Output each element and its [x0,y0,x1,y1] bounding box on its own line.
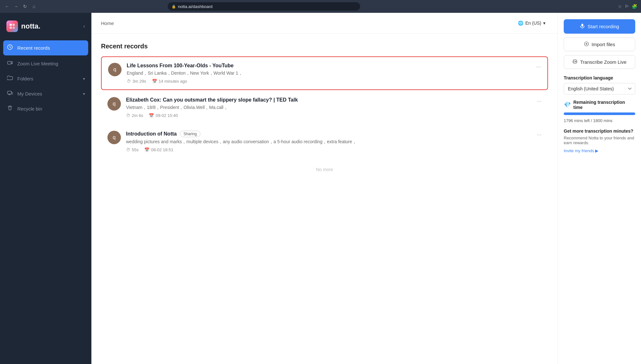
address-bar[interactable]: 🔒 notta.ai/dashboard [168,2,360,11]
record-meta-1: ⏱ 3m 29s 📅 14 minutes ago [127,79,541,84]
diamond-icon: 💎 [564,101,571,108]
clock-icon [6,44,13,52]
browser-chrome: ← → ↻ ⌂ 🔒 notta.ai/dashboard ☆ 🏳 🧩 [0,0,641,13]
home-button[interactable]: ⌂ [31,3,37,10]
logo-area[interactable]: notta. ‹ [0,18,91,38]
sidebar-item-label-recent-records: Recent records [17,45,85,51]
record-title-row-1: Life Lessons From 100-Year-Olds - YouTub… [127,63,541,69]
record-body-3: Introduction of Notta Sharing wedding pi… [126,131,542,152]
record-timestamp-3: 📅 08-02 18:51 [144,147,173,152]
sidebar-item-zoom-live-meeting[interactable]: Zoom Live Meeting [0,56,91,71]
svg-rect-3 [13,27,15,29]
record-card-3[interactable]: q Introduction of Notta Sharing wedding … [101,125,548,158]
sharing-badge: Sharing [180,131,200,137]
zoom-icon [6,60,13,67]
remaining-transcription-section: 💎 Remaining transcription time 1796 mins… [564,100,635,123]
sidebar-item-label-my-devices: My Devices [17,91,79,96]
progress-bar-background [564,112,635,115]
browser-right-icons: ☆ 🏳 🧩 [618,4,637,9]
upload-icon [584,41,589,47]
record-tags-1: England，Sri Lanka，Denton，New York，World … [127,70,541,76]
language-selector[interactable]: 🌐 En (US) ▾ [515,19,548,27]
svg-rect-1 [13,24,15,26]
clock-small-icon: ⏱ [127,79,131,84]
remaining-text: 1796 mins left / 1800 mins [564,118,612,123]
record-duration-2: ⏱ 2m 6s [126,113,143,118]
no-more-label: No more [101,159,548,180]
record-title-row-3: Introduction of Notta Sharing [126,131,542,137]
app-container: notta. ‹ Recent records [0,13,641,364]
main-content: Home 🌐 En (US) ▾ Recent records q Life L… [91,13,558,364]
transcription-language-section: Transcription language English (United S… [564,75,635,95]
transcribe-zoom-button[interactable]: Transcribe Zoom Live [564,55,635,69]
forward-button[interactable]: → [13,3,19,10]
invite-friends-link[interactable]: Invite my friends ▶ [564,148,598,153]
transcription-language-label: Transcription language [564,75,635,80]
record-title-row-2: Elizabeth Cox: Can you outsmart the slip… [126,97,542,103]
svg-rect-8 [581,24,583,27]
sidebar-item-recycle-bin[interactable]: Recycle bin [0,101,91,116]
get-more-description: Recommend Notta to your friends and earn… [564,136,635,145]
remaining-header: 💎 Remaining transcription time [564,100,635,110]
record-duration-1: ⏱ 3m 29s [127,79,146,84]
sidebar-nav: Recent records Zoom Live Meeting [0,38,91,359]
svg-rect-6 [8,91,12,94]
url-text: notta.ai/dashboard [178,4,213,9]
star-icon[interactable]: ☆ [618,4,622,9]
sidebar-item-label-recycle-bin: Recycle bin [17,106,85,112]
record-meta-3: ⏱ 55s 📅 08-02 18:51 [126,147,542,152]
sidebar-collapse-button[interactable]: ‹ [83,23,85,29]
progress-bar-fill [564,112,635,115]
svg-rect-2 [10,27,12,29]
calendar-icon-2: 📅 [149,113,154,118]
avatar-3: q [107,131,121,144]
logo-icon [6,21,18,32]
record-title-2: Elizabeth Cox: Can you outsmart the slip… [126,97,298,103]
flag-icon[interactable]: 🏳 [625,4,629,9]
sidebar-item-recent-records[interactable]: Recent records [3,40,88,55]
record-more-button-3[interactable]: ··· [534,130,544,139]
browser-nav-buttons: ← → ↻ ⌂ [4,3,37,10]
lang-chevron-icon: ▾ [543,21,545,26]
sidebar-item-folders[interactable]: Folders ▾ [0,71,91,86]
record-timestamp-2: 📅 09-02 15:40 [149,113,178,118]
devices-icon [6,90,13,97]
svg-rect-0 [10,24,12,26]
get-more-section: Get more transcription minutes? Recommen… [564,128,635,153]
language-dropdown[interactable]: English (United States) [564,83,635,95]
svg-point-11 [573,60,577,64]
chevron-down-icon: ▾ [83,77,85,81]
microphone-icon [580,23,585,29]
record-title-1: Life Lessons From 100-Year-Olds - YouTub… [127,63,233,69]
calendar-icon-3: 📅 [144,147,149,152]
zoom-circle-icon [572,59,578,65]
record-body-2: Elizabeth Cox: Can you outsmart the slip… [126,97,542,118]
lock-icon: 🔒 [172,4,176,9]
extension-icon[interactable]: 🧩 [632,4,637,9]
record-more-button-1[interactable]: ··· [534,62,544,71]
svg-rect-7 [12,92,13,94]
record-card-2[interactable]: q Elizabeth Cox: Can you outsmart the sl… [101,91,548,124]
start-recording-button[interactable]: Start recording [564,19,635,34]
avatar-2: q [107,97,121,111]
record-card-1[interactable]: q Life Lessons From 100-Year-Olds - YouT… [101,56,548,90]
record-meta-2: ⏱ 2m 6s 📅 09-02 15:40 [126,113,542,118]
refresh-button[interactable]: ↻ [22,3,28,10]
back-button[interactable]: ← [4,3,10,10]
sidebar-item-my-devices[interactable]: My Devices ▾ [0,86,91,101]
import-files-button[interactable]: Import files [564,37,635,51]
section-title: Recent records [101,43,548,50]
record-timestamp-1: 📅 14 minutes ago [152,79,187,84]
folder-icon [6,75,13,82]
sidebar: notta. ‹ Recent records [0,13,91,364]
logo-text: notta. [21,22,40,30]
get-more-title: Get more transcription minutes? [564,128,635,134]
right-panel: Start recording Import files Transcribe … [558,13,641,364]
main-header: Home 🌐 En (US) ▾ [91,13,558,34]
chevron-down-icon-devices: ▾ [83,92,85,96]
record-more-button-2[interactable]: ··· [534,96,544,106]
avatar-1: q [108,63,122,76]
calendar-icon-1: 📅 [152,79,157,84]
trash-icon [6,105,13,112]
clock-small-icon-2: ⏱ [126,113,130,118]
